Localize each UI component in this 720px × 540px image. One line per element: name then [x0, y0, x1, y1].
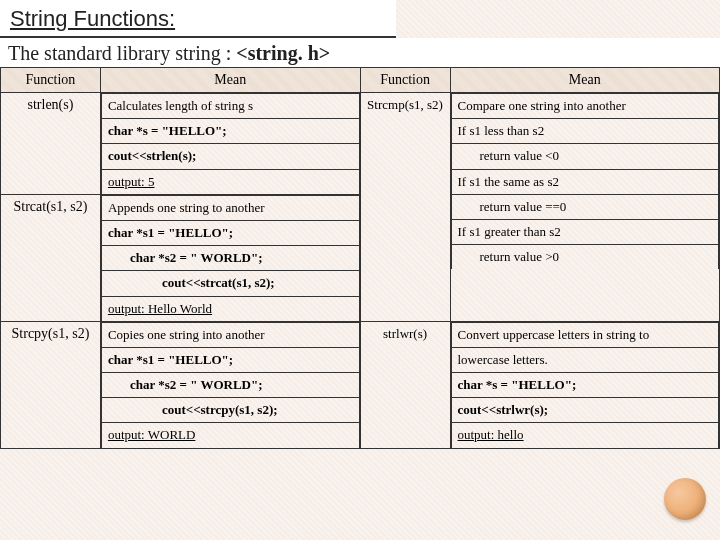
cell-text: lowercase letters.: [451, 347, 719, 372]
table-header-row: Function Mean Function Mean: [1, 68, 720, 93]
cell-code: char *s = "HELLO";: [101, 119, 359, 144]
subtitle-bar: The standard library string : <string. h…: [0, 38, 720, 67]
func-strcpy-name: Strcpy(s1, s2): [1, 321, 101, 448]
cell-code: char *s = "HELLO";: [451, 373, 719, 398]
cell-text: Appends one string to another: [101, 195, 359, 220]
cell-code: cout<<strcpy(s1, s2);: [101, 398, 359, 423]
func-strcmp-name: Strcmp(s1, s2): [360, 93, 450, 322]
subtitle: The standard library string : <string. h…: [8, 42, 330, 64]
func-strlwr-mean: Convert uppercase letters in string to l…: [450, 321, 720, 448]
cell-text: return value >0: [451, 245, 719, 270]
cell-code: char *s1 = "HELLO";: [101, 347, 359, 372]
header-mean-right: Mean: [450, 68, 720, 93]
cell-code: cout<<strlwr(s);: [451, 398, 719, 423]
cell-output: output: 5: [101, 169, 359, 194]
page-title: String Functions:: [10, 6, 175, 31]
decorative-circle: [664, 478, 706, 520]
table-row: Strcpy(s1, s2) Copies one string into an…: [1, 321, 720, 448]
functions-table: Function Mean Function Mean strlen(s) Ca…: [0, 67, 720, 449]
func-strlen-name: strlen(s): [1, 93, 101, 195]
inner-table: Convert uppercase letters in string to l…: [451, 322, 720, 448]
func-strlen-mean: Calculates length of string s char *s = …: [100, 93, 360, 195]
header-function-right: Function: [360, 68, 450, 93]
title-bar: String Functions:: [0, 0, 396, 38]
subtitle-emph: <string. h>: [236, 42, 330, 64]
func-strcmp-mean: Compare one string into another If s1 le…: [450, 93, 720, 322]
cell-code: cout<<strcat(s1, s2);: [101, 271, 359, 296]
cell-code: char *s2 = " WORLD";: [101, 373, 359, 398]
cell-output: output: hello: [451, 423, 719, 448]
func-strcat-name: Strcat(s1, s2): [1, 194, 101, 321]
func-strcat-mean: Appends one string to another char *s1 =…: [100, 194, 360, 321]
cell-code: char *s2 = " WORLD";: [101, 246, 359, 271]
cell-text: Calculates length of string s: [101, 94, 359, 119]
func-strlwr-name: strlwr(s): [360, 321, 450, 448]
cell-text: If s1 greater than s2: [451, 219, 719, 244]
cell-code: char *s1 = "HELLO";: [101, 220, 359, 245]
subtitle-prefix: The standard library string :: [8, 42, 236, 64]
cell-text: If s1 the same as s2: [451, 169, 719, 194]
cell-text: return value ==0: [451, 194, 719, 219]
table-row: strlen(s) Calculates length of string s …: [1, 93, 720, 195]
inner-table: Copies one string into another char *s1 …: [101, 322, 360, 448]
header-mean-left: Mean: [100, 68, 360, 93]
header-function-left: Function: [1, 68, 101, 93]
cell-text: return value <0: [451, 144, 719, 169]
cell-output: output: WORLD: [101, 423, 359, 448]
inner-table: Calculates length of string s char *s = …: [101, 93, 360, 194]
cell-text: If s1 less than s2: [451, 119, 719, 144]
inner-table: Compare one string into another If s1 le…: [451, 93, 720, 269]
cell-text: Compare one string into another: [451, 94, 719, 119]
func-strcpy-mean: Copies one string into another char *s1 …: [100, 321, 360, 448]
inner-table: Appends one string to another char *s1 =…: [101, 195, 360, 321]
cell-text: Copies one string into another: [101, 322, 359, 347]
cell-code: cout<<strlen(s);: [101, 144, 359, 169]
cell-text: Convert uppercase letters in string to: [451, 322, 719, 347]
cell-output: output: Hello World: [101, 296, 359, 321]
